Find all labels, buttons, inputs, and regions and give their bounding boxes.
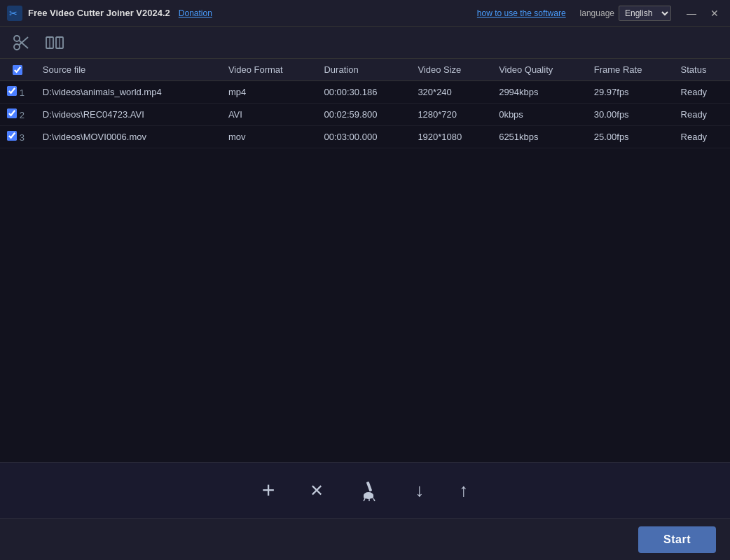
remove-file-button[interactable]: ✕	[303, 477, 331, 505]
start-bar: Start	[0, 518, 730, 560]
app-title: Free Video Cutter Joiner V2024.2	[28, 8, 170, 18]
row-duration: 00:03:00.000	[317, 126, 411, 148]
move-up-button[interactable]: ↑	[452, 475, 475, 505]
header-status: Status	[674, 59, 730, 81]
svg-text:✂: ✂	[9, 8, 18, 19]
header-video-quality: Video Quality	[492, 59, 587, 81]
file-table: Source file Video Format Duration Video …	[0, 59, 730, 148]
svg-line-13	[364, 498, 365, 501]
title-bar: ✂ Free Video Cutter Joiner V2024.2 Donat…	[0, 0, 730, 27]
header-video-format: Video Format	[221, 59, 317, 81]
row-video-quality: 6251kbps	[492, 126, 587, 148]
language-select[interactable]: English Chinese Spanish French German	[619, 6, 671, 21]
row-video-quality: 2994kbps	[492, 81, 587, 104]
move-down-button[interactable]: ↓	[408, 475, 431, 505]
scissors-icon	[11, 33, 31, 52]
row-status: Ready	[674, 104, 730, 126]
join-tool-button[interactable]	[41, 30, 69, 55]
row-number: 3	[20, 132, 29, 143]
header-frame-rate: Frame Rate	[587, 59, 674, 81]
row-number: 2	[20, 110, 29, 120]
row-check-cell[interactable]: 1	[0, 81, 36, 104]
row-duration: 00:02:59.800	[317, 104, 411, 126]
row-frame-rate: 30.00fps	[587, 104, 674, 126]
table-row: 1 D:\videos\animals_world.mp4 mp4 00:00:…	[0, 81, 730, 104]
close-button[interactable]: ✕	[706, 7, 723, 20]
svg-rect-12	[364, 494, 373, 498]
row-frame-rate: 29.97fps	[587, 81, 674, 104]
row-status: Ready	[674, 126, 730, 148]
row-frame-rate: 25.00fps	[587, 126, 674, 148]
row-video-format: mp4	[221, 81, 317, 104]
toolbar	[0, 27, 730, 59]
svg-line-15	[373, 498, 375, 501]
clear-files-button[interactable]	[352, 476, 387, 505]
window-controls: — ✕	[682, 7, 723, 20]
app-icon: ✂	[7, 6, 22, 21]
header-check[interactable]	[0, 59, 36, 81]
broom-icon	[359, 480, 380, 501]
table-row: 3 D:\videos\MOVI0006.mov mov 00:03:00.00…	[0, 126, 730, 148]
row-source-file: D:\videos\MOVI0006.mov	[36, 126, 221, 148]
svg-rect-10	[366, 481, 373, 491]
bottom-toolbar: + ✕ ↓ ↑	[0, 462, 730, 518]
row-checkbox[interactable]	[7, 131, 17, 141]
start-button[interactable]: Start	[638, 526, 716, 553]
row-check-cell[interactable]: 2	[0, 104, 36, 126]
header-video-size: Video Size	[411, 59, 492, 81]
row-duration: 00:00:30.186	[317, 81, 411, 104]
row-video-size: 1280*720	[411, 104, 492, 126]
row-video-quality: 0kbps	[492, 104, 587, 126]
table-header-row: Source file Video Format Duration Video …	[0, 59, 730, 81]
row-video-format: mov	[221, 126, 317, 148]
svg-point-3	[14, 36, 20, 41]
how-to-link[interactable]: how to use the software	[477, 8, 566, 18]
table-body: 1 D:\videos\animals_world.mp4 mp4 00:00:…	[0, 81, 730, 148]
header-duration: Duration	[317, 59, 411, 81]
row-status: Ready	[674, 81, 730, 104]
donation-link[interactable]: Donation	[179, 8, 212, 18]
add-file-button[interactable]: +	[255, 473, 282, 507]
row-source-file: D:\videos\animals_world.mp4	[36, 81, 221, 104]
select-all-checkbox[interactable]	[13, 65, 22, 75]
table-row: 2 D:\videos\REC04723.AVI AVI 00:02:59.80…	[0, 104, 730, 126]
cut-tool-button[interactable]	[7, 30, 35, 55]
file-table-container: Source file Video Format Duration Video …	[0, 59, 730, 462]
row-checkbox[interactable]	[7, 86, 17, 96]
row-check-cell[interactable]: 3	[0, 126, 36, 148]
row-source-file: D:\videos\REC04723.AVI	[36, 104, 221, 126]
row-video-size: 320*240	[411, 81, 492, 104]
row-video-format: AVI	[221, 104, 317, 126]
language-label: language	[580, 8, 614, 18]
svg-point-2	[14, 44, 20, 50]
row-video-size: 1920*1080	[411, 126, 492, 148]
minimize-button[interactable]: —	[682, 7, 701, 20]
row-checkbox[interactable]	[7, 108, 17, 118]
header-source-file: Source file	[36, 59, 221, 81]
row-number: 1	[20, 88, 29, 98]
join-icon	[45, 33, 64, 52]
